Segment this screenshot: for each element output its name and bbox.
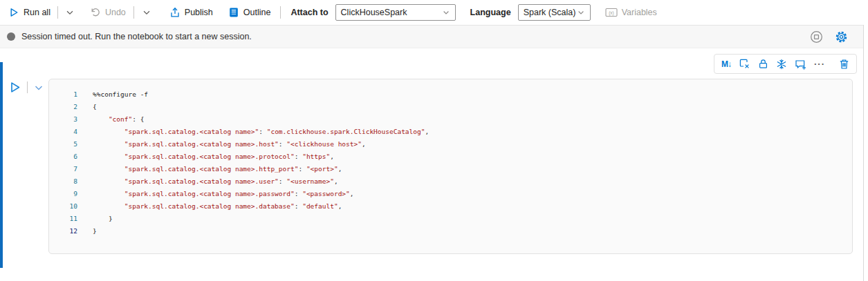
code-line[interactable]: 1%%configure -f — [49, 88, 852, 101]
code-text: "spark.sql.catalog.<catalog name>.user":… — [77, 175, 338, 188]
publish-icon — [169, 7, 181, 18]
code-line[interactable]: 6 "spark.sql.catalog.<catalog name>.prot… — [49, 151, 852, 163]
comment-add-icon — [795, 59, 806, 70]
play-icon — [8, 7, 19, 18]
svg-text:(x): (x) — [609, 10, 614, 16]
chevron-down-icon — [65, 8, 75, 17]
code-line[interactable]: 12} — [49, 225, 852, 238]
code-lines: 1%%configure -f2{3 "conf": {4 "spark.sql… — [49, 88, 852, 238]
outline-button[interactable]: Outline — [228, 7, 271, 18]
attach-to-label: Attach to — [290, 8, 328, 17]
line-number: 9 — [49, 188, 77, 200]
outline-icon — [228, 7, 239, 18]
code-line[interactable]: 3 "conf": { — [49, 113, 852, 126]
code-line[interactable]: 9 "spark.sql.catalog.<catalog name>.pass… — [49, 188, 852, 200]
add-comment-button[interactable] — [795, 59, 806, 70]
code-text: %%configure -f — [77, 88, 148, 101]
chevron-down-icon — [442, 8, 450, 17]
line-number: 7 — [49, 163, 77, 175]
line-number: 2 — [49, 101, 77, 113]
session-actions — [810, 30, 848, 43]
toolbar-divider — [133, 6, 134, 19]
line-number: 5 — [49, 138, 77, 151]
undo-button[interactable]: Undo — [90, 7, 126, 18]
variables-icon: (x) — [605, 8, 618, 17]
run-all-label: Run all — [24, 8, 50, 17]
language-select[interactable]: Spark (Scala) — [518, 4, 591, 21]
attach-to-select[interactable]: ClickHouseSpark — [335, 4, 456, 21]
line-number: 6 — [49, 151, 77, 163]
code-text: } — [77, 225, 97, 238]
undo-icon — [90, 7, 101, 18]
code-text: { — [77, 101, 97, 113]
line-number: 3 — [49, 113, 77, 126]
undo-label: Undo — [105, 8, 126, 17]
code-text: } — [77, 213, 113, 225]
code-line[interactable]: 2{ — [49, 101, 852, 113]
lock-icon — [758, 59, 768, 69]
chevron-down-icon — [142, 8, 151, 17]
play-icon — [8, 81, 21, 94]
language-value: Spark (Scala) — [524, 8, 576, 17]
code-text: "spark.sql.catalog.<catalog name>.host":… — [77, 138, 366, 151]
toolbar-divider — [57, 6, 58, 19]
code-line[interactable]: 5 "spark.sql.catalog.<catalog name>.host… — [49, 138, 852, 151]
code-line[interactable]: 4 "spark.sql.catalog.<catalog name>": "c… — [49, 126, 852, 138]
code-line[interactable]: 10 "spark.sql.catalog.<catalog name>.dat… — [49, 200, 852, 213]
run-all-options-chevron[interactable] — [65, 8, 75, 17]
more-options-icon: ··· — [814, 61, 825, 68]
code-text: "spark.sql.catalog.<catalog name>": "com… — [77, 126, 429, 138]
line-number: 12 — [49, 225, 77, 238]
publish-label: Publish — [185, 8, 213, 17]
line-number: 11 — [49, 213, 77, 225]
line-number: 8 — [49, 175, 77, 188]
notebook-page: Run all Undo — [0, 0, 868, 281]
session-settings-gear-icon[interactable] — [835, 30, 848, 43]
code-text: "spark.sql.catalog.<catalog name>.protoc… — [77, 151, 334, 163]
markdown-icon: M↓ — [721, 59, 731, 69]
code-text: "spark.sql.catalog.<catalog name>.databa… — [77, 200, 342, 213]
outline-label: Outline — [243, 8, 271, 17]
session-status-message: Session timed out. Run the notebook to s… — [21, 32, 252, 41]
toolbar-divider — [280, 6, 281, 19]
convert-to-markdown-button[interactable]: M↓ — [721, 59, 731, 69]
line-number: 4 — [49, 126, 77, 138]
publish-button[interactable]: Publish — [169, 7, 213, 18]
stop-session-icon[interactable] — [810, 30, 823, 43]
clear-cell-output-button[interactable] — [739, 58, 750, 70]
panel-right-border — [863, 25, 864, 281]
trash-icon — [839, 59, 849, 70]
toolbar-divider — [27, 81, 28, 93]
variables-label: Variables — [622, 8, 657, 17]
undo-options-chevron[interactable] — [142, 8, 151, 17]
run-all-button[interactable]: Run all — [8, 7, 50, 18]
collapse-cell-chevron[interactable] — [33, 82, 44, 93]
run-cell-button[interactable] — [8, 81, 21, 94]
delete-cell-button[interactable] — [839, 59, 849, 70]
clear-output-icon — [739, 58, 750, 70]
code-line[interactable]: 11 } — [49, 213, 852, 225]
chevron-down-icon — [577, 8, 585, 17]
variables-button[interactable]: (x) Variables — [605, 8, 657, 17]
cell-focus-indicator — [0, 62, 3, 268]
cell-run-controls — [8, 81, 44, 94]
notebook-toolbar: Run all Undo — [0, 0, 868, 25]
more-cell-actions-button[interactable]: ··· — [814, 61, 825, 68]
attach-to-value: ClickHouseSpark — [341, 8, 407, 17]
line-number: 1 — [49, 88, 77, 101]
snowflake-icon — [776, 59, 787, 70]
code-text: "conf": { — [77, 113, 144, 126]
code-line[interactable]: 8 "spark.sql.catalog.<catalog name>.user… — [49, 175, 852, 188]
code-text: "spark.sql.catalog.<catalog name>.passwo… — [77, 188, 354, 200]
code-text: "spark.sql.catalog.<catalog name>.http_p… — [77, 163, 342, 175]
session-status-bar: Session timed out. Run the notebook to s… — [0, 25, 863, 48]
lock-cell-button[interactable] — [758, 59, 768, 69]
language-label: Language — [470, 8, 511, 17]
session-status-dot-icon — [7, 32, 15, 41]
freeze-cell-button[interactable] — [776, 59, 787, 70]
code-line[interactable]: 7 "spark.sql.catalog.<catalog name>.http… — [49, 163, 852, 175]
chevron-down-icon — [33, 82, 44, 93]
line-number: 10 — [49, 200, 77, 213]
cell-toolbar: M↓ — [714, 54, 857, 74]
code-cell[interactable]: 1%%configure -f2{3 "conf": {4 "spark.sql… — [48, 79, 853, 254]
